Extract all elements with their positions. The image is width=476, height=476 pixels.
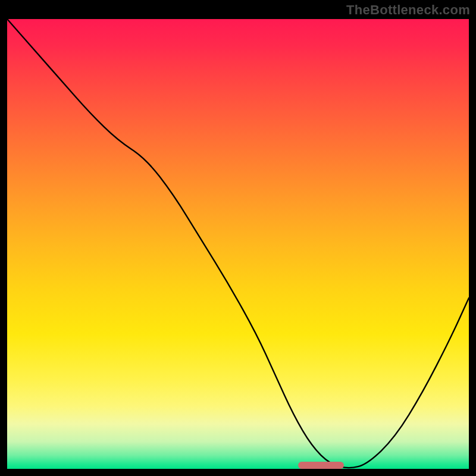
highlight-bar [298,462,345,469]
bottleneck-curve [7,19,469,469]
curve-path [7,19,469,468]
chart-frame: TheBottleneck.com [0,0,476,476]
plot-area [7,19,469,469]
watermark-text: TheBottleneck.com [346,2,470,18]
